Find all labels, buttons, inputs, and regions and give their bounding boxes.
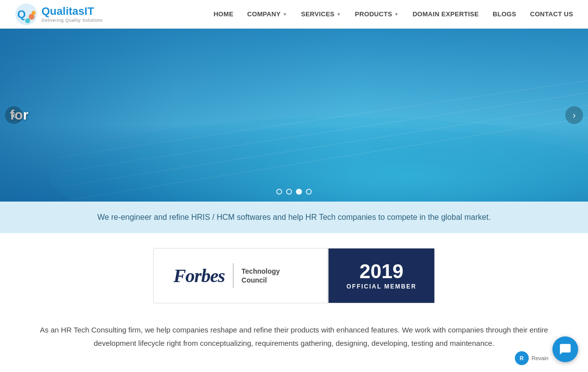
nav-menu: HOME COMPANY ▼ SERVICES ▼ PRODUCTS ▼ DOM… <box>213 10 573 18</box>
nav-item-contact[interactable]: CONTACT US <box>530 10 573 18</box>
svg-point-4 <box>32 11 36 15</box>
nav-link-contact[interactable]: CONTACT US <box>530 10 573 18</box>
forbes-year: 2019 <box>360 261 404 281</box>
logo-text: QualitasIT Delivering Quality Solutions <box>42 5 103 22</box>
chat-icon <box>559 343 572 356</box>
tagline-strip: We re-engineer and refine HRIS / HCM sof… <box>0 202 588 233</box>
nav-link-domain[interactable]: DOMAIN EXPERTISE <box>413 10 479 18</box>
chevron-down-icon: ▼ <box>283 12 287 17</box>
hero-overlay <box>0 29 588 202</box>
body-text-section: As an HR Tech Consulting firm, we help c… <box>0 313 588 365</box>
navbar: Q QualitasIT Delivering Quality Solution… <box>0 0 588 29</box>
hero-slider: for ‹ › <box>0 29 588 202</box>
nav-item-products[interactable]: PRODUCTS ▼ <box>355 10 399 18</box>
chat-button[interactable] <box>552 336 578 362</box>
nav-item-services[interactable]: SERVICES ▼ <box>301 10 341 18</box>
carousel-dot-2[interactable] <box>286 189 292 195</box>
nav-link-products[interactable]: PRODUCTS ▼ <box>355 10 399 18</box>
carousel-dots <box>276 189 312 195</box>
forbes-left: Forbes Technology Council <box>154 248 329 303</box>
revain-label: Revain <box>532 355 548 361</box>
carousel-dot-4[interactable] <box>306 189 312 195</box>
logo-subtitle: Delivering Quality Solutions <box>42 18 103 23</box>
forbes-member-label: OFFICIAL MEMBER <box>346 283 417 290</box>
svg-text:Q: Q <box>17 8 26 20</box>
carousel-next-button[interactable]: › <box>565 106 583 124</box>
revain-badge[interactable]: R Revain <box>515 351 548 365</box>
forbes-divider <box>233 263 234 288</box>
forbes-right: 2019 OFFICIAL MEMBER <box>329 248 434 303</box>
revain-logo: R <box>515 351 529 365</box>
chevron-down-icon: ▼ <box>394 12 399 17</box>
nav-link-services[interactable]: SERVICES ▼ <box>301 10 341 18</box>
tagline-text: We re-engineer and refine HRIS / HCM sof… <box>97 213 491 221</box>
chat-widget[interactable] <box>552 336 578 362</box>
logo[interactable]: Q QualitasIT Delivering Quality Solution… <box>15 3 103 26</box>
logo-name: QualitasIT <box>42 5 103 17</box>
nav-link-blogs[interactable]: BLOGS <box>493 10 516 18</box>
nav-item-domain[interactable]: DOMAIN EXPERTISE <box>413 10 479 18</box>
carousel-prev-button[interactable]: ‹ <box>5 106 23 124</box>
nav-link-company[interactable]: COMPANY ▼ <box>247 10 287 18</box>
carousel-dot-3[interactable] <box>296 189 302 195</box>
body-text: As an HR Tech Consulting firm, we help c… <box>40 323 548 350</box>
nav-item-home[interactable]: HOME <box>213 10 233 18</box>
carousel-dot-1[interactable] <box>276 189 282 195</box>
svg-point-3 <box>25 18 30 23</box>
forbes-council-text: Technology Council <box>242 267 280 285</box>
nav-item-blogs[interactable]: BLOGS <box>493 10 516 18</box>
chevron-down-icon: ▼ <box>336 12 341 17</box>
nav-link-home[interactable]: HOME <box>213 10 233 18</box>
forbes-section: Forbes Technology Council 2019 OFFICIAL … <box>0 233 588 313</box>
forbes-badge: Forbes Technology Council 2019 OFFICIAL … <box>153 248 435 303</box>
forbes-title: Forbes <box>173 265 225 287</box>
logo-icon: Q <box>15 3 38 26</box>
nav-item-company[interactable]: COMPANY ▼ <box>247 10 287 18</box>
